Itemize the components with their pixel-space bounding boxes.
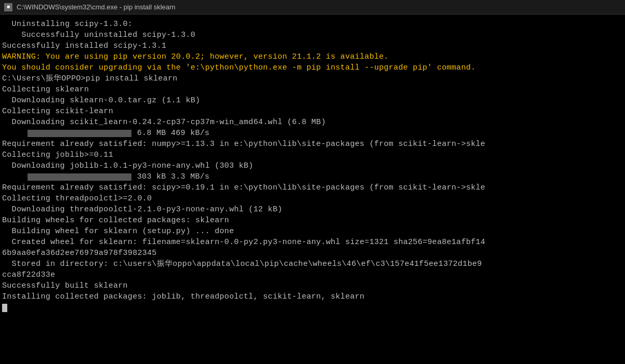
terminal: Uninstalling scipy-1.3.0: Successfully u…: [0, 15, 625, 364]
terminal-line: Downloading joblib-1.0.1-py3-none-any.wh…: [2, 160, 623, 171]
title-bar-text: C:\WINDOWS\system32\cmd.exe - pip instal…: [17, 3, 176, 11]
terminal-line: Collecting threadpoolctl>=2.0.0: [2, 193, 623, 204]
terminal-line: Successfully built sklearn: [2, 280, 623, 291]
terminal-line: Successfully uninstalled scipy-1.3.0: [2, 30, 623, 41]
terminal-line: Uninstalling scipy-1.3.0:: [2, 19, 623, 30]
cursor-line: [2, 302, 623, 313]
terminal-line: cca8f22d33e: [2, 269, 623, 280]
terminal-line: Collecting joblib>=0.11: [2, 150, 623, 160]
terminal-line: You should consider upgrading via the 'e…: [2, 62, 623, 73]
progress-bar: [28, 130, 131, 137]
terminal-line: Downloading sklearn-0.0.tar.gz (1.1 kB): [2, 95, 623, 106]
cmd-icon: ■: [4, 3, 12, 11]
terminal-line: Requirement already satisfied: numpy>=1.…: [2, 139, 623, 150]
terminal-line: Collecting scikit-learn: [2, 106, 623, 117]
terminal-line: Downloading scikit_learn-0.24.2-cp37-cp3…: [2, 117, 623, 128]
progress-bar: [28, 173, 131, 181]
terminal-line: Stored in directory: c:\users\振华oppo\app…: [2, 259, 623, 269]
terminal-line: Successfully installed scipy-1.3.1: [2, 41, 623, 51]
terminal-line: C:\Users\振华OPPO>pip install sklearn: [2, 73, 623, 84]
terminal-line: Building wheels for collected packages: …: [2, 215, 623, 226]
progress-line: 6.8 MB 469 kB/s: [2, 128, 623, 139]
terminal-line: Downloading threadpoolctl-2.1.0-py3-none…: [2, 204, 623, 215]
terminal-line: Building wheel for sklearn (setup.py) ..…: [2, 226, 623, 237]
terminal-line: WARNING: You are using pip version 20.0.…: [2, 51, 623, 62]
terminal-line: Collecting sklearn: [2, 84, 623, 95]
terminal-line: Created wheel for sklearn: filename=skle…: [2, 237, 623, 248]
terminal-line: Requirement already satisfied: scipy>=0.…: [2, 182, 623, 193]
title-bar: ■ C:\WINDOWS\system32\cmd.exe - pip inst…: [0, 0, 625, 15]
terminal-line: 6b9aa0efa36d2ee76979a978f3982345: [2, 248, 623, 259]
terminal-line: Installing collected packages: joblib, t…: [2, 291, 623, 302]
cursor: [2, 304, 7, 312]
progress-line: 303 kB 3.3 MB/s: [2, 171, 623, 182]
